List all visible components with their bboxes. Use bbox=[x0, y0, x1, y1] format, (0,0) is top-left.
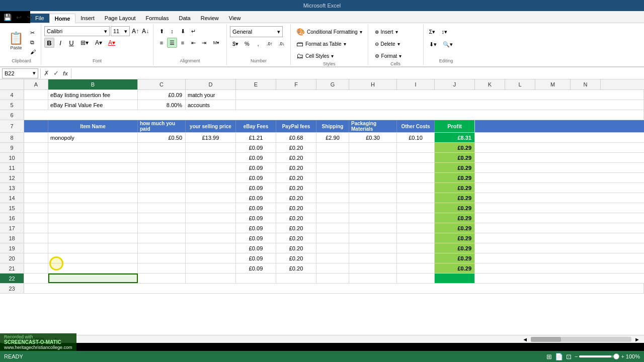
col-header-n[interactable]: N bbox=[571, 79, 601, 89]
sheet-cell[interactable] bbox=[138, 233, 186, 243]
sheet-cell[interactable] bbox=[397, 173, 435, 183]
sheet-cell[interactable]: £0.09 bbox=[138, 90, 186, 100]
sheet-cell[interactable] bbox=[24, 153, 48, 162]
sheet-cell[interactable] bbox=[349, 203, 397, 213]
sheet-cell[interactable]: £0.20 bbox=[276, 223, 316, 233]
sheet-cell[interactable]: £0.09 bbox=[236, 233, 276, 243]
accounting-format-button[interactable]: $▾ bbox=[230, 39, 241, 49]
sheet-cell[interactable] bbox=[316, 183, 349, 193]
sheet-cell[interactable]: £0.29 bbox=[435, 193, 475, 203]
sheet-cell[interactable] bbox=[397, 193, 435, 203]
sheet-cell[interactable]: Other Costs bbox=[397, 120, 435, 132]
sheet-cell[interactable] bbox=[397, 163, 435, 172]
sheet-cell[interactable] bbox=[138, 263, 186, 273]
sheet-cell[interactable] bbox=[316, 253, 349, 263]
sheet-cell[interactable] bbox=[138, 274, 186, 283]
page-layout-view-button[interactable]: 📄 bbox=[555, 353, 563, 360]
conditional-formatting-button[interactable]: 🎨 Conditional Formatting ▾ bbox=[294, 26, 365, 37]
sheet-cell[interactable]: £0.09 bbox=[236, 203, 276, 213]
col-header-i[interactable]: I bbox=[397, 79, 435, 89]
sheet-cell[interactable] bbox=[236, 274, 276, 283]
sheet-cell[interactable]: eBay listing insertion fee bbox=[48, 90, 138, 100]
autosum-button[interactable]: Σ▾ bbox=[427, 26, 438, 37]
insert-button[interactable]: ⊕Insert▾ bbox=[371, 26, 420, 37]
sheet-cell[interactable]: £0.20 bbox=[276, 183, 316, 193]
sheet-cell[interactable] bbox=[48, 213, 138, 223]
sheet-cell[interactable] bbox=[48, 143, 138, 152]
sheet-cell[interactable] bbox=[24, 233, 48, 243]
scroll-right-button[interactable]: ► bbox=[632, 336, 642, 342]
sheet-cell[interactable]: £0.10 bbox=[397, 133, 435, 142]
sheet-cell[interactable] bbox=[138, 143, 186, 152]
sheet-cell[interactable] bbox=[316, 243, 349, 253]
format-painter-button[interactable]: 🖌 bbox=[28, 47, 38, 56]
col-header-g[interactable]: G bbox=[316, 79, 349, 89]
sheet-cell[interactable] bbox=[186, 203, 236, 213]
sheet-cell[interactable]: match your bbox=[186, 90, 236, 100]
sheet-cell[interactable] bbox=[138, 223, 186, 233]
sheet-cell[interactable] bbox=[349, 193, 397, 203]
sheet-cell[interactable] bbox=[316, 223, 349, 233]
page-break-view-button[interactable]: ⊡ bbox=[566, 353, 572, 360]
sheet-cell[interactable]: £0.20 bbox=[276, 193, 316, 203]
tab-home[interactable]: Home bbox=[49, 14, 76, 23]
sheet-cell[interactable] bbox=[349, 253, 397, 263]
sheet-cell[interactable] bbox=[397, 253, 435, 263]
increase-decimal-button[interactable]: .0↑ bbox=[264, 39, 275, 49]
fill-button[interactable]: ⬇▾ bbox=[427, 39, 439, 50]
sheet-cell[interactable] bbox=[138, 183, 186, 193]
sheet-cell[interactable] bbox=[397, 263, 435, 273]
sheet-cell[interactable] bbox=[48, 183, 138, 193]
sheet-cell[interactable]: £0.09 bbox=[236, 223, 276, 233]
sheet-cell[interactable]: £0.20 bbox=[276, 213, 316, 223]
sheet-cell[interactable]: £0.29 bbox=[435, 213, 475, 223]
sheet-cell[interactable]: £0.09 bbox=[236, 183, 276, 193]
sheet-cell[interactable] bbox=[24, 110, 644, 120]
sheet-cell[interactable]: £0.20 bbox=[276, 253, 316, 263]
sheet-cell[interactable]: £0.09 bbox=[236, 173, 276, 183]
sheet-cell[interactable] bbox=[138, 173, 186, 183]
sheet-cell[interactable] bbox=[138, 193, 186, 203]
sheet-cell[interactable] bbox=[138, 213, 186, 223]
border-button[interactable]: ⊞▾ bbox=[77, 38, 92, 48]
tab-data[interactable]: Data bbox=[174, 14, 195, 23]
comma-button[interactable]: , bbox=[253, 39, 263, 49]
sheet-cell[interactable]: £2.90 bbox=[316, 133, 349, 142]
decrease-indent-button[interactable]: ⇤ bbox=[188, 38, 198, 48]
sheet-cell[interactable] bbox=[316, 233, 349, 243]
sheet-cell[interactable] bbox=[397, 274, 435, 283]
sheet-cell[interactable] bbox=[186, 233, 236, 243]
sheet-cell[interactable] bbox=[316, 193, 349, 203]
sheet-cell[interactable] bbox=[24, 163, 48, 172]
sheet-cell[interactable]: 8.00% bbox=[138, 100, 186, 110]
sheet-cell[interactable] bbox=[24, 243, 48, 253]
sheet-cell[interactable] bbox=[186, 153, 236, 162]
sheet-cell[interactable] bbox=[24, 284, 644, 293]
sheet-cell[interactable] bbox=[397, 243, 435, 253]
sheet-cell[interactable]: £1.21 bbox=[236, 133, 276, 142]
sheet-cell[interactable] bbox=[397, 223, 435, 233]
confirm-formula-icon[interactable]: ✓ bbox=[52, 69, 60, 77]
align-right-button[interactable]: ≡ bbox=[178, 38, 188, 48]
sheet-cell[interactable]: eBay Final Value Fee bbox=[48, 100, 138, 110]
cancel-formula-icon[interactable]: ✗ bbox=[43, 69, 50, 77]
tab-view[interactable]: View bbox=[224, 14, 246, 23]
scroll-left-button[interactable]: ◄ bbox=[520, 336, 530, 342]
sheet-cell[interactable] bbox=[316, 153, 349, 162]
sheet-cell[interactable] bbox=[48, 193, 138, 203]
sheet-cell[interactable] bbox=[24, 90, 48, 100]
sheet-cell[interactable]: £0.29 bbox=[435, 163, 475, 172]
sheet-cell[interactable] bbox=[349, 183, 397, 193]
sheet-cell[interactable]: £0.20 bbox=[276, 153, 316, 162]
normal-view-button[interactable]: ⊞ bbox=[546, 353, 552, 360]
tab-page-layout[interactable]: Page Layout bbox=[100, 14, 141, 23]
decrease-font-button[interactable]: A↓ bbox=[141, 27, 150, 36]
sheet-cell[interactable] bbox=[349, 153, 397, 162]
sheet-cell[interactable] bbox=[186, 263, 236, 273]
sheet-cell[interactable]: £0.50 bbox=[138, 133, 186, 142]
col-header-a[interactable]: A bbox=[24, 79, 48, 89]
insert-function-icon[interactable]: fx bbox=[62, 70, 69, 76]
sheet-cell[interactable]: £0.09 bbox=[236, 193, 276, 203]
sheet-cell[interactable]: £0.20 bbox=[276, 163, 316, 172]
align-bottom-button[interactable]: ⬇ bbox=[178, 26, 188, 36]
